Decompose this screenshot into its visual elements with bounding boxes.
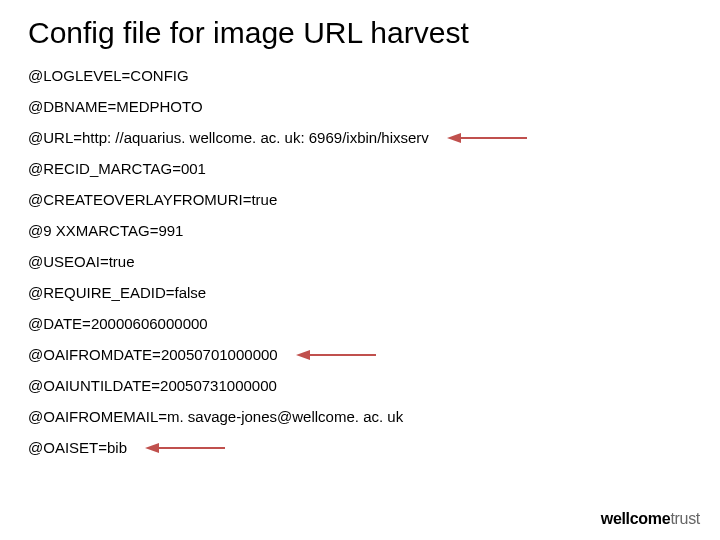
- config-line-text: @CREATEOVERLAYFROMURI=true: [28, 191, 277, 208]
- config-line: @9 XXMARCTAG=991: [28, 215, 692, 246]
- config-line: @OAIFROMEMAIL=m. savage-jones@wellcome. …: [28, 401, 692, 432]
- arrow-left-icon: [296, 348, 376, 362]
- config-line-text: @9 XXMARCTAG=991: [28, 222, 183, 239]
- logo-light: trust: [670, 510, 700, 528]
- config-line: @RECID_MARCTAG=001: [28, 153, 692, 184]
- config-line-text: @DATE=20000606000000: [28, 315, 208, 332]
- config-line-text: @RECID_MARCTAG=001: [28, 160, 206, 177]
- config-line: @LOGLEVEL=CONFIG: [28, 60, 692, 91]
- config-line: @OAIFROMDATE=20050701000000: [28, 339, 692, 370]
- config-line: @OAIUNTILDATE=20050731000000: [28, 370, 692, 401]
- config-line-text: @LOGLEVEL=CONFIG: [28, 67, 189, 84]
- config-line: @DATE=20000606000000: [28, 308, 692, 339]
- config-line: @DBNAME=MEDPHOTO: [28, 91, 692, 122]
- config-line-text: @USEOAI=true: [28, 253, 135, 270]
- config-line-text: @OAIUNTILDATE=20050731000000: [28, 377, 277, 394]
- config-line: @URL=http: //aquarius. wellcome. ac. uk:…: [28, 122, 692, 153]
- arrow-left-icon: [145, 441, 225, 455]
- page-title: Config file for image URL harvest: [28, 16, 692, 50]
- arrow-left-icon: [447, 131, 527, 145]
- logo-bold: wellcome: [601, 510, 671, 528]
- config-line-text: @OAIFROMDATE=20050701000000: [28, 346, 278, 363]
- svg-marker-5: [145, 443, 159, 453]
- svg-marker-3: [296, 350, 310, 360]
- config-line: @REQUIRE_EADID=false: [28, 277, 692, 308]
- slide: Config file for image URL harvest @LOGLE…: [0, 0, 720, 463]
- config-line-text: @REQUIRE_EADID=false: [28, 284, 206, 301]
- config-line: @OAISET=bib: [28, 432, 692, 463]
- config-line: @CREATEOVERLAYFROMURI=true: [28, 184, 692, 215]
- config-line-text: @OAIFROMEMAIL=m. savage-jones@wellcome. …: [28, 408, 403, 425]
- config-line-text: @DBNAME=MEDPHOTO: [28, 98, 203, 115]
- logo: wellcometrust: [601, 510, 700, 528]
- config-line: @USEOAI=true: [28, 246, 692, 277]
- svg-marker-1: [447, 133, 461, 143]
- config-line-text: @URL=http: //aquarius. wellcome. ac. uk:…: [28, 129, 429, 146]
- config-lines: @LOGLEVEL=CONFIG@DBNAME=MEDPHOTO@URL=htt…: [28, 60, 692, 463]
- config-line-text: @OAISET=bib: [28, 439, 127, 456]
